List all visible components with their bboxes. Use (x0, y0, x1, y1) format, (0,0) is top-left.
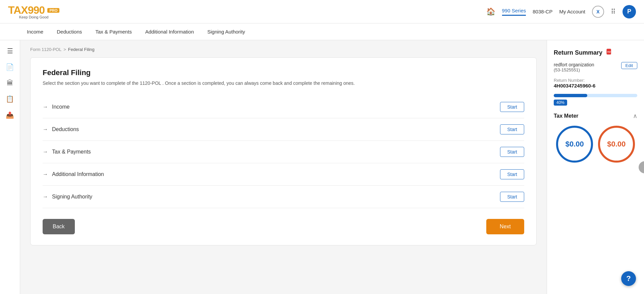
breadcrumb-current: Federal Filing (68, 47, 95, 52)
tax-meter-header: Tax Meter ∧ (554, 112, 637, 120)
right-sidebar: › Return Summary PDF redfort organizatio… (547, 40, 644, 294)
main-content: Form 1120-POL > Federal Filing Federal F… (20, 40, 547, 294)
org-row: redfort organization (53-1525551) Edit (554, 62, 637, 72)
breadcrumb-parent[interactable]: Form 1120-POL (30, 47, 61, 52)
sidebar-collapse-toggle[interactable]: › (639, 161, 644, 173)
logo-tax-text: TAX990 (8, 4, 45, 16)
section-row-tax-payments: → Tax & Payments Start (43, 141, 524, 163)
section-label-income: → Income (43, 104, 69, 110)
card-footer: Back Next (43, 219, 524, 234)
xero-icon[interactable]: X (592, 6, 604, 18)
section-row-income: → Income Start (43, 96, 524, 118)
arrow-icon-income: → (43, 104, 48, 110)
header-right: 🏠 990 Series 8038-CP My Account X ⠿ P (486, 5, 636, 18)
logo-pro-badge: PRO (47, 8, 59, 13)
org-ein: (53-1525551) (554, 67, 594, 72)
grid-icon[interactable]: ⠿ (611, 8, 616, 16)
svg-text:PDF: PDF (607, 51, 611, 53)
section-additional-info-text: Additional Information (52, 171, 104, 177)
section-row-signing-authority: → Signing Authority Start (43, 186, 524, 208)
sub-nav: Income Deductions Tax & Payments Additio… (0, 23, 644, 40)
org-name: redfort organization (554, 62, 594, 67)
section-label-tax-payments: → Tax & Payments (43, 149, 91, 155)
page-title: Federal Filing (43, 68, 524, 77)
pdf-icon[interactable]: PDF (606, 48, 613, 57)
bank-icon[interactable]: 🏛 (7, 79, 13, 87)
section-label-additional-info: → Additional Information (43, 171, 104, 177)
layout: ☰ 📄 🏛 📋 📤 Form 1120-POL > Federal Filing… (0, 40, 644, 294)
breadcrumb: Form 1120-POL > Federal Filing (30, 47, 537, 52)
return-summary-title: Return Summary (554, 49, 602, 56)
start-income-button[interactable]: Start (500, 102, 524, 112)
avatar[interactable]: P (623, 5, 636, 18)
chevron-up-icon[interactable]: ∧ (633, 112, 637, 120)
sub-nav-tax-payments[interactable]: Tax & Payments (95, 24, 132, 39)
progress-bar-track (554, 94, 637, 97)
start-signing-authority-button[interactable]: Start (500, 192, 524, 202)
section-tax-payments-text: Tax & Payments (52, 149, 91, 155)
next-button[interactable]: Next (486, 219, 524, 234)
section-label-deductions: → Deductions (43, 126, 79, 132)
return-number-value: 4H00347245960-6 (554, 83, 637, 89)
logo[interactable]: TAX990 PRO Keep Doing Good (8, 4, 59, 19)
nav-8038cp[interactable]: 8038-CP (533, 9, 552, 14)
header: TAX990 PRO Keep Doing Good 🏠 990 Series … (0, 0, 644, 23)
sub-nav-income[interactable]: Income (27, 24, 43, 39)
sub-nav-deductions[interactable]: Deductions (57, 24, 82, 39)
meter-circles: $0.00 $0.00 (554, 126, 637, 163)
breadcrumb-separator: > (63, 47, 66, 52)
upload-icon[interactable]: 📤 (6, 111, 14, 119)
nav-990-series[interactable]: 990 Series (502, 8, 526, 16)
section-label-signing-authority: → Signing Authority (43, 194, 92, 200)
progress-label: 40% (554, 100, 567, 106)
main-card: Federal Filing Select the section you wa… (30, 57, 537, 245)
sub-nav-additional-info[interactable]: Additional Information (145, 24, 194, 39)
arrow-icon-signing-authority: → (43, 194, 48, 200)
start-additional-info-button[interactable]: Start (500, 169, 524, 179)
sub-nav-signing-authority[interactable]: Signing Authority (207, 24, 245, 39)
arrow-icon-deductions: → (43, 126, 48, 132)
page-subtitle: Select the section you want to complete … (43, 80, 524, 86)
edit-button[interactable]: Edit (621, 62, 637, 69)
list-icon[interactable]: 📋 (6, 95, 14, 103)
menu-icon[interactable]: ☰ (7, 47, 13, 55)
section-income-text: Income (52, 104, 69, 110)
arrow-icon-additional-info: → (43, 171, 48, 177)
return-number-label: Return Number: (554, 78, 637, 83)
meter-circle-orange: $0.00 (598, 126, 635, 163)
section-row-deductions: → Deductions Start (43, 118, 524, 141)
start-tax-payments-button[interactable]: Start (500, 147, 524, 157)
section-row-additional-info: → Additional Information Start (43, 163, 524, 186)
document-icon[interactable]: 📄 (6, 63, 14, 71)
nav-my-account[interactable]: My Account (559, 9, 585, 14)
return-summary-header: Return Summary PDF (554, 48, 637, 57)
start-deductions-button[interactable]: Start (500, 124, 524, 134)
help-button[interactable]: ? (621, 271, 636, 286)
arrow-icon-tax-payments: → (43, 149, 48, 155)
section-deductions-text: Deductions (52, 126, 79, 132)
section-signing-authority-text: Signing Authority (52, 194, 92, 200)
back-button[interactable]: Back (43, 219, 75, 234)
progress-bar-fill (554, 94, 587, 97)
meter-circle-blue: $0.00 (556, 126, 593, 163)
tax-meter-title: Tax Meter (554, 113, 579, 119)
left-sidebar: ☰ 📄 🏛 📋 📤 (0, 40, 20, 294)
home-icon[interactable]: 🏠 (486, 7, 495, 16)
